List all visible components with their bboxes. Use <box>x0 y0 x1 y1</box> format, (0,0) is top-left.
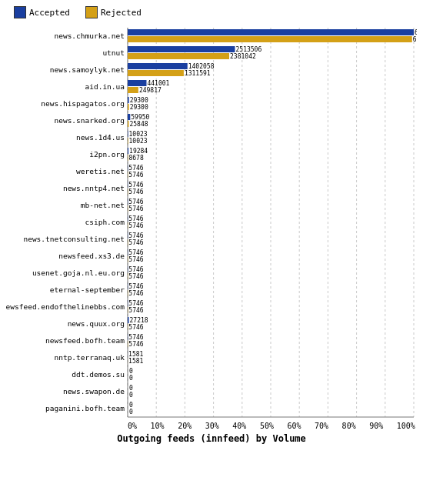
svg-text:5746: 5746 <box>128 283 143 290</box>
svg-text:8678: 8678 <box>128 155 143 162</box>
svg-text:ddt.demos.su: ddt.demos.su <box>72 370 125 379</box>
svg-text:news.hispagatos.org: news.hispagatos.org <box>41 99 125 108</box>
svg-text:utnut: utnut <box>102 48 125 57</box>
x-label-80: 80% <box>342 422 356 430</box>
svg-rect-37 <box>128 104 129 110</box>
x-label-20: 20% <box>178 422 192 430</box>
svg-rect-25 <box>128 63 188 69</box>
legend: Accepted Rejected <box>6 6 417 18</box>
svg-text:59950: 59950 <box>131 114 149 121</box>
chart-title: Outgoing feeds (innfeed) by Volume <box>6 433 417 444</box>
svg-text:1402058: 1402058 <box>188 63 215 70</box>
svg-text:10023: 10023 <box>129 138 148 145</box>
x-label-100: 100% <box>397 422 415 430</box>
svg-rect-42 <box>128 121 128 127</box>
svg-rect-30 <box>128 80 146 86</box>
svg-rect-17 <box>128 36 412 42</box>
svg-text:0: 0 <box>129 385 133 392</box>
rejected-legend-label: Rejected <box>101 8 142 18</box>
svg-text:6668227: 6668227 <box>413 36 417 43</box>
svg-text:5746: 5746 <box>128 249 143 256</box>
svg-rect-22 <box>128 53 229 59</box>
chart-container: Accepted Rejected news.chmurka.net670775… <box>0 0 423 504</box>
svg-text:news.snarked.org: news.snarked.org <box>54 116 125 125</box>
svg-text:weretis.net: weretis.net <box>76 167 125 175</box>
svg-text:1581: 1581 <box>128 358 143 365</box>
svg-text:newsfeed.endofthelinebbs.com: newsfeed.endofthelinebbs.com <box>6 302 125 311</box>
x-label-70: 70% <box>315 422 328 430</box>
svg-text:news.nntp4.net: news.nntp4.net <box>63 184 125 192</box>
svg-text:5746: 5746 <box>128 307 143 314</box>
svg-text:5746: 5746 <box>128 222 143 229</box>
x-axis-labels: 0% 10% 20% 30% 40% 50% 60% 70% 80% 90% 1… <box>6 422 417 430</box>
svg-text:mb-net.net: mb-net.net <box>81 201 125 209</box>
svg-text:0: 0 <box>129 409 133 416</box>
svg-text:paganini.bofh.team: paganini.bofh.team <box>45 404 125 412</box>
legend-rejected: Rejected <box>85 6 142 18</box>
svg-text:5746: 5746 <box>128 232 143 239</box>
svg-text:1581: 1581 <box>128 351 143 358</box>
svg-text:2381042: 2381042 <box>230 53 256 60</box>
svg-text:5746: 5746 <box>128 273 143 280</box>
svg-rect-27 <box>128 70 184 76</box>
svg-rect-40 <box>128 114 130 120</box>
svg-text:5746: 5746 <box>128 172 143 179</box>
svg-text:eternal-september: eternal-september <box>50 285 125 294</box>
x-label-90: 90% <box>369 422 383 430</box>
svg-text:5746: 5746 <box>128 324 143 331</box>
svg-text:5746: 5746 <box>128 334 143 341</box>
svg-rect-20 <box>128 46 235 52</box>
svg-text:249817: 249817 <box>139 87 162 94</box>
svg-text:25848: 25848 <box>129 121 148 128</box>
chart-svg: news.chmurka.net67077506668227utnut25135… <box>6 26 417 422</box>
svg-text:news.tnetconsulting.net: news.tnetconsulting.net <box>23 235 125 243</box>
svg-text:5746: 5746 <box>128 165 143 172</box>
svg-text:10023: 10023 <box>129 131 148 138</box>
svg-text:5746: 5746 <box>128 189 143 195</box>
svg-rect-50 <box>128 148 128 154</box>
x-label-10: 10% <box>151 422 165 430</box>
svg-text:2513506: 2513506 <box>236 46 262 53</box>
svg-text:usenet.goja.nl.eu.org: usenet.goja.nl.eu.org <box>32 269 125 277</box>
legend-accepted: Accepted <box>14 6 70 18</box>
svg-rect-15 <box>128 29 414 35</box>
svg-text:29300: 29300 <box>130 97 148 104</box>
svg-text:0: 0 <box>129 392 133 399</box>
svg-text:csiph.com: csiph.com <box>85 218 125 226</box>
svg-text:5746: 5746 <box>128 215 143 222</box>
svg-text:6707750: 6707750 <box>415 29 417 36</box>
svg-text:5746: 5746 <box>128 182 143 189</box>
x-label-30: 30% <box>205 422 219 430</box>
svg-rect-35 <box>128 97 129 103</box>
svg-text:i2pn.org: i2pn.org <box>89 150 125 159</box>
accepted-legend-label: Accepted <box>29 8 70 18</box>
svg-text:news.swapon.de: news.swapon.de <box>63 387 125 396</box>
svg-text:0: 0 <box>129 375 133 382</box>
svg-rect-100 <box>128 317 129 323</box>
svg-text:news.1d4.us: news.1d4.us <box>76 133 125 142</box>
svg-text:5746: 5746 <box>128 256 143 263</box>
svg-text:newsfeed.xs3.de: newsfeed.xs3.de <box>58 252 125 260</box>
svg-text:newsfeed.bofh.team: newsfeed.bofh.team <box>45 336 125 345</box>
x-label-50: 50% <box>260 422 274 430</box>
x-label-0: 0% <box>128 422 137 430</box>
svg-rect-47 <box>128 138 128 144</box>
svg-text:5746: 5746 <box>128 199 143 205</box>
svg-text:0: 0 <box>129 368 133 375</box>
svg-text:5746: 5746 <box>128 239 143 246</box>
svg-rect-32 <box>128 87 138 93</box>
svg-text:0: 0 <box>129 402 133 409</box>
svg-text:19284: 19284 <box>129 148 148 155</box>
svg-text:5746: 5746 <box>128 341 143 348</box>
svg-text:441001: 441001 <box>147 80 169 87</box>
svg-text:5746: 5746 <box>128 266 143 273</box>
svg-text:1311591: 1311591 <box>185 70 211 77</box>
svg-text:news.quux.org: news.quux.org <box>68 319 125 328</box>
rejected-legend-box <box>85 6 98 18</box>
svg-rect-45 <box>128 131 128 137</box>
svg-text:news.samoylyk.net: news.samoylyk.net <box>50 65 125 74</box>
svg-text:5746: 5746 <box>128 290 143 297</box>
x-label-40: 40% <box>232 422 246 430</box>
svg-text:29300: 29300 <box>130 104 148 111</box>
x-label-60: 60% <box>287 422 301 430</box>
